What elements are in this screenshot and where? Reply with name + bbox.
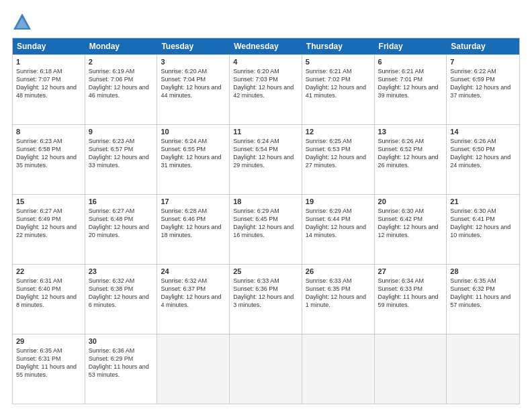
day-info: Sunrise: 6:36 AMSunset: 6:29 PMDaylight:… — [89, 347, 154, 379]
calendar-cell-13: 13Sunrise: 6:26 AMSunset: 6:52 PMDayligh… — [375, 125, 447, 194]
day-number: 7 — [450, 58, 516, 66]
calendar-cell-9: 9Sunrise: 6:23 AMSunset: 6:57 PMDaylight… — [85, 125, 158, 194]
calendar-cell-11: 11Sunrise: 6:24 AMSunset: 6:54 PMDayligh… — [230, 125, 302, 194]
calendar-cell-12: 12Sunrise: 6:25 AMSunset: 6:53 PMDayligh… — [302, 125, 375, 194]
day-info: Sunrise: 6:32 AMSunset: 6:38 PMDaylight:… — [89, 277, 154, 310]
day-info: Sunrise: 6:20 AMSunset: 7:03 PMDaylight:… — [233, 67, 298, 100]
calendar-row-1: 1Sunrise: 6:18 AMSunset: 7:07 PMDaylight… — [13, 54, 519, 124]
calendar-header-thursday: Thursday — [302, 38, 375, 54]
day-number: 23 — [89, 267, 154, 275]
day-info: Sunrise: 6:26 AMSunset: 6:50 PMDaylight:… — [450, 137, 516, 170]
calendar-cell-8: 8Sunrise: 6:23 AMSunset: 6:58 PMDaylight… — [13, 125, 85, 194]
day-number: 20 — [378, 197, 443, 205]
day-info: Sunrise: 6:31 AMSunset: 6:40 PMDaylight:… — [16, 277, 81, 310]
calendar-header-friday: Friday — [375, 38, 447, 54]
calendar-cell-2: 2Sunrise: 6:19 AMSunset: 7:06 PMDaylight… — [85, 55, 158, 124]
calendar-cell-21: 21Sunrise: 6:30 AMSunset: 6:41 PMDayligh… — [447, 195, 519, 264]
calendar-cell-5: 5Sunrise: 6:21 AMSunset: 7:02 PMDaylight… — [302, 55, 375, 124]
calendar-cell-17: 17Sunrise: 6:28 AMSunset: 6:46 PMDayligh… — [157, 195, 230, 264]
calendar-cell-empty — [447, 334, 519, 404]
day-number: 15 — [16, 197, 81, 205]
day-info: Sunrise: 6:35 AMSunset: 6:32 PMDaylight:… — [450, 277, 516, 310]
day-info: Sunrise: 6:20 AMSunset: 7:04 PMDaylight:… — [161, 67, 226, 100]
calendar-header-tuesday: Tuesday — [157, 38, 230, 54]
day-info: Sunrise: 6:28 AMSunset: 6:46 PMDaylight:… — [161, 207, 226, 240]
calendar-cell-4: 4Sunrise: 6:20 AMSunset: 7:03 PMDaylight… — [230, 55, 302, 124]
day-number: 16 — [89, 197, 154, 205]
calendar-row-3: 15Sunrise: 6:27 AMSunset: 6:49 PMDayligh… — [13, 194, 519, 264]
day-info: Sunrise: 6:27 AMSunset: 6:48 PMDaylight:… — [89, 207, 154, 240]
day-info: Sunrise: 6:19 AMSunset: 7:06 PMDaylight:… — [89, 67, 154, 100]
day-number: 25 — [233, 267, 298, 275]
day-number: 30 — [89, 337, 154, 345]
day-info: Sunrise: 6:24 AMSunset: 6:54 PMDaylight:… — [233, 137, 298, 170]
day-info: Sunrise: 6:25 AMSunset: 6:53 PMDaylight:… — [306, 137, 371, 170]
day-info: Sunrise: 6:29 AMSunset: 6:44 PMDaylight:… — [306, 207, 371, 240]
day-number: 2 — [89, 58, 154, 66]
day-info: Sunrise: 6:29 AMSunset: 6:45 PMDaylight:… — [233, 207, 298, 240]
calendar-header-wednesday: Wednesday — [230, 38, 302, 54]
calendar-cell-15: 15Sunrise: 6:27 AMSunset: 6:49 PMDayligh… — [13, 195, 85, 264]
day-number: 13 — [378, 128, 443, 136]
calendar-row-4: 22Sunrise: 6:31 AMSunset: 6:40 PMDayligh… — [13, 264, 519, 334]
day-number: 5 — [306, 58, 371, 66]
calendar-cell-empty — [230, 334, 302, 404]
day-info: Sunrise: 6:27 AMSunset: 6:49 PMDaylight:… — [16, 207, 81, 240]
day-info: Sunrise: 6:23 AMSunset: 6:58 PMDaylight:… — [16, 137, 81, 170]
calendar-cell-10: 10Sunrise: 6:24 AMSunset: 6:55 PMDayligh… — [157, 125, 230, 194]
day-number: 27 — [378, 267, 443, 275]
day-info: Sunrise: 6:30 AMSunset: 6:41 PMDaylight:… — [450, 207, 516, 240]
calendar-header: SundayMondayTuesdayWednesdayThursdayFrid… — [13, 38, 519, 54]
calendar-cell-26: 26Sunrise: 6:33 AMSunset: 6:35 PMDayligh… — [302, 265, 375, 334]
day-number: 17 — [161, 197, 226, 205]
calendar-cell-14: 14Sunrise: 6:26 AMSunset: 6:50 PMDayligh… — [447, 125, 519, 194]
calendar-cell-27: 27Sunrise: 6:34 AMSunset: 6:33 PMDayligh… — [375, 265, 447, 334]
day-number: 29 — [16, 337, 81, 345]
day-number: 12 — [306, 128, 371, 136]
day-number: 28 — [450, 267, 516, 275]
day-number: 18 — [233, 197, 298, 205]
calendar-cell-empty — [302, 334, 375, 404]
calendar-row-2: 8Sunrise: 6:23 AMSunset: 6:58 PMDaylight… — [13, 124, 519, 194]
day-info: Sunrise: 6:33 AMSunset: 6:35 PMDaylight:… — [306, 277, 371, 310]
day-info: Sunrise: 6:22 AMSunset: 6:59 PMDaylight:… — [450, 67, 516, 100]
day-number: 9 — [89, 128, 154, 136]
calendar-cell-30: 30Sunrise: 6:36 AMSunset: 6:29 PMDayligh… — [85, 334, 158, 404]
calendar-cell-1: 1Sunrise: 6:18 AMSunset: 7:07 PMDaylight… — [13, 55, 85, 124]
day-number: 3 — [161, 58, 226, 66]
calendar-row-5: 29Sunrise: 6:35 AMSunset: 6:31 PMDayligh… — [13, 334, 519, 404]
day-number: 26 — [306, 267, 371, 275]
day-info: Sunrise: 6:21 AMSunset: 7:01 PMDaylight:… — [378, 67, 443, 100]
day-number: 24 — [161, 267, 226, 275]
day-info: Sunrise: 6:34 AMSunset: 6:33 PMDaylight:… — [378, 277, 443, 310]
calendar-cell-empty — [157, 334, 230, 404]
day-info: Sunrise: 6:18 AMSunset: 7:07 PMDaylight:… — [16, 67, 81, 100]
day-info: Sunrise: 6:35 AMSunset: 6:31 PMDaylight:… — [16, 347, 81, 379]
calendar-cell-22: 22Sunrise: 6:31 AMSunset: 6:40 PMDayligh… — [13, 265, 85, 334]
calendar-cell-28: 28Sunrise: 6:35 AMSunset: 6:32 PMDayligh… — [447, 265, 519, 334]
logo-icon — [12, 12, 32, 31]
day-number: 19 — [306, 197, 371, 205]
day-info: Sunrise: 6:21 AMSunset: 7:02 PMDaylight:… — [306, 67, 371, 100]
day-number: 22 — [16, 267, 81, 275]
day-info: Sunrise: 6:32 AMSunset: 6:37 PMDaylight:… — [161, 277, 226, 310]
calendar-cell-29: 29Sunrise: 6:35 AMSunset: 6:31 PMDayligh… — [13, 334, 85, 404]
calendar-cell-25: 25Sunrise: 6:33 AMSunset: 6:36 PMDayligh… — [230, 265, 302, 334]
calendar: SundayMondayTuesdayWednesdayThursdayFrid… — [12, 38, 520, 404]
calendar-cell-6: 6Sunrise: 6:21 AMSunset: 7:01 PMDaylight… — [375, 55, 447, 124]
day-number: 8 — [16, 128, 81, 136]
calendar-cell-20: 20Sunrise: 6:30 AMSunset: 6:42 PMDayligh… — [375, 195, 447, 264]
calendar-cell-7: 7Sunrise: 6:22 AMSunset: 6:59 PMDaylight… — [447, 55, 519, 124]
calendar-body: 1Sunrise: 6:18 AMSunset: 7:07 PMDaylight… — [13, 54, 519, 404]
calendar-cell-18: 18Sunrise: 6:29 AMSunset: 6:45 PMDayligh… — [230, 195, 302, 264]
day-number: 10 — [161, 128, 226, 136]
page: SundayMondayTuesdayWednesdayThursdayFrid… — [0, 0, 532, 411]
calendar-cell-23: 23Sunrise: 6:32 AMSunset: 6:38 PMDayligh… — [85, 265, 158, 334]
day-number: 14 — [450, 128, 516, 136]
day-info: Sunrise: 6:30 AMSunset: 6:42 PMDaylight:… — [378, 207, 443, 240]
calendar-cell-16: 16Sunrise: 6:27 AMSunset: 6:48 PMDayligh… — [85, 195, 158, 264]
calendar-cell-3: 3Sunrise: 6:20 AMSunset: 7:04 PMDaylight… — [157, 55, 230, 124]
calendar-header-saturday: Saturday — [447, 38, 519, 54]
day-number: 11 — [233, 128, 298, 136]
header — [12, 12, 520, 31]
